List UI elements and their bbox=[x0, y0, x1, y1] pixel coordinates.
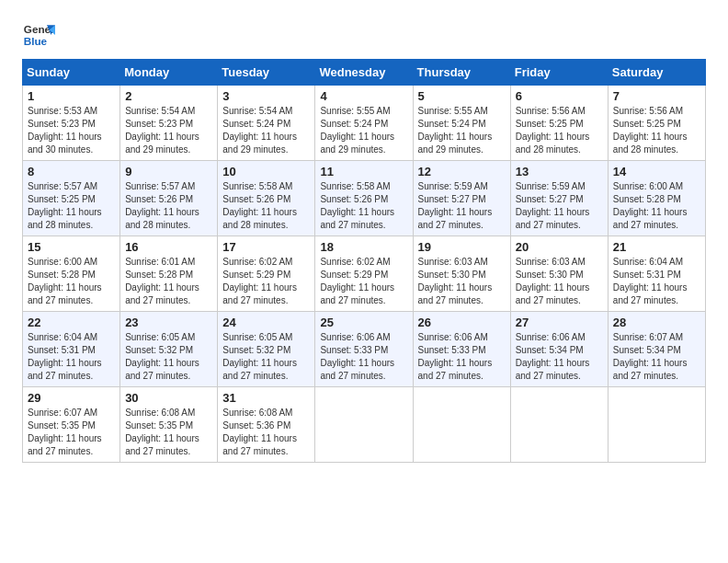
day-number: 13 bbox=[516, 165, 603, 178]
calendar-day-cell: 21Sunrise: 6:04 AMSunset: 5:31 PMDayligh… bbox=[608, 236, 705, 312]
calendar-day-cell: 11Sunrise: 5:58 AMSunset: 5:26 PMDayligh… bbox=[315, 161, 413, 236]
calendar-day-cell: 3Sunrise: 5:54 AMSunset: 5:24 PMDaylight… bbox=[218, 86, 315, 161]
day-info: Sunrise: 5:55 AMSunset: 5:24 PMDaylight:… bbox=[418, 105, 506, 156]
column-header-tuesday: Tuesday bbox=[218, 60, 315, 86]
calendar-day-cell: 29Sunrise: 6:07 AMSunset: 5:35 PMDayligh… bbox=[23, 387, 120, 463]
day-number: 3 bbox=[222, 89, 310, 103]
calendar-day-cell: 12Sunrise: 5:59 AMSunset: 5:27 PMDayligh… bbox=[413, 161, 510, 236]
day-number: 21 bbox=[613, 240, 700, 254]
day-info: Sunrise: 5:59 AMSunset: 5:27 PMDaylight:… bbox=[418, 180, 506, 232]
calendar-day-cell bbox=[510, 387, 608, 463]
calendar-week-row: 1Sunrise: 5:53 AMSunset: 5:23 PMDaylight… bbox=[23, 86, 706, 161]
day-number: 22 bbox=[28, 316, 115, 329]
calendar-day-cell: 13Sunrise: 5:59 AMSunset: 5:27 PMDayligh… bbox=[510, 161, 608, 236]
day-info: Sunrise: 6:04 AMSunset: 5:31 PMDaylight:… bbox=[28, 331, 115, 383]
calendar-day-cell: 27Sunrise: 6:06 AMSunset: 5:34 PMDayligh… bbox=[510, 312, 608, 387]
day-info: Sunrise: 5:54 AMSunset: 5:24 PMDaylight:… bbox=[222, 105, 310, 156]
logo: General Blue bbox=[22, 18, 55, 52]
column-header-monday: Monday bbox=[120, 60, 218, 86]
day-number: 19 bbox=[418, 240, 506, 254]
day-info: Sunrise: 5:56 AMSunset: 5:25 PMDaylight:… bbox=[613, 105, 700, 156]
calendar-day-cell: 26Sunrise: 6:06 AMSunset: 5:33 PMDayligh… bbox=[413, 312, 510, 387]
calendar-day-cell: 5Sunrise: 5:55 AMSunset: 5:24 PMDaylight… bbox=[413, 86, 510, 161]
column-header-thursday: Thursday bbox=[413, 60, 510, 86]
day-number: 1 bbox=[28, 89, 115, 103]
day-number: 10 bbox=[222, 165, 310, 178]
calendar-day-cell: 4Sunrise: 5:55 AMSunset: 5:24 PMDaylight… bbox=[315, 86, 413, 161]
day-number: 31 bbox=[222, 391, 310, 405]
calendar-day-cell: 18Sunrise: 6:02 AMSunset: 5:29 PMDayligh… bbox=[315, 236, 413, 312]
calendar-day-cell: 22Sunrise: 6:04 AMSunset: 5:31 PMDayligh… bbox=[23, 312, 120, 387]
calendar-day-cell: 23Sunrise: 6:05 AMSunset: 5:32 PMDayligh… bbox=[120, 312, 218, 387]
calendar-day-cell: 31Sunrise: 6:08 AMSunset: 5:36 PMDayligh… bbox=[218, 387, 315, 463]
calendar-day-cell: 8Sunrise: 5:57 AMSunset: 5:25 PMDaylight… bbox=[23, 161, 120, 236]
calendar-day-cell bbox=[315, 387, 413, 463]
day-number: 17 bbox=[222, 240, 310, 254]
calendar-day-cell: 24Sunrise: 6:05 AMSunset: 5:32 PMDayligh… bbox=[218, 312, 315, 387]
day-info: Sunrise: 6:07 AMSunset: 5:35 PMDaylight:… bbox=[28, 407, 115, 458]
calendar-day-cell: 16Sunrise: 6:01 AMSunset: 5:28 PMDayligh… bbox=[120, 236, 218, 312]
day-info: Sunrise: 6:03 AMSunset: 5:30 PMDaylight:… bbox=[418, 256, 506, 307]
page-header: General Blue bbox=[22, 18, 706, 52]
day-info: Sunrise: 6:06 AMSunset: 5:34 PMDaylight:… bbox=[516, 331, 603, 383]
calendar-day-cell: 15Sunrise: 6:00 AMSunset: 5:28 PMDayligh… bbox=[23, 236, 120, 312]
calendar-day-cell: 1Sunrise: 5:53 AMSunset: 5:23 PMDaylight… bbox=[23, 86, 120, 161]
day-number: 11 bbox=[320, 165, 407, 178]
column-header-wednesday: Wednesday bbox=[315, 60, 413, 86]
day-info: Sunrise: 6:02 AMSunset: 5:29 PMDaylight:… bbox=[320, 256, 407, 307]
calendar-day-cell: 19Sunrise: 6:03 AMSunset: 5:30 PMDayligh… bbox=[413, 236, 510, 312]
column-header-sunday: Sunday bbox=[23, 60, 120, 86]
column-header-friday: Friday bbox=[510, 60, 608, 86]
calendar-day-cell: 28Sunrise: 6:07 AMSunset: 5:34 PMDayligh… bbox=[608, 312, 705, 387]
day-number: 7 bbox=[613, 89, 700, 103]
calendar-day-cell: 20Sunrise: 6:03 AMSunset: 5:30 PMDayligh… bbox=[510, 236, 608, 312]
logo-icon: General Blue bbox=[22, 18, 55, 52]
calendar-week-row: 8Sunrise: 5:57 AMSunset: 5:25 PMDaylight… bbox=[23, 161, 706, 236]
day-number: 15 bbox=[28, 240, 115, 254]
day-info: Sunrise: 6:07 AMSunset: 5:34 PMDaylight:… bbox=[613, 331, 700, 383]
day-info: Sunrise: 5:57 AMSunset: 5:26 PMDaylight:… bbox=[125, 180, 212, 232]
day-info: Sunrise: 6:04 AMSunset: 5:31 PMDaylight:… bbox=[613, 256, 700, 307]
day-number: 4 bbox=[320, 89, 407, 103]
day-info: Sunrise: 6:05 AMSunset: 5:32 PMDaylight:… bbox=[222, 331, 310, 383]
svg-text:Blue: Blue bbox=[24, 35, 48, 47]
day-number: 20 bbox=[516, 240, 603, 254]
day-info: Sunrise: 6:06 AMSunset: 5:33 PMDaylight:… bbox=[418, 331, 506, 383]
day-number: 14 bbox=[613, 165, 700, 178]
day-info: Sunrise: 5:56 AMSunset: 5:25 PMDaylight:… bbox=[516, 105, 603, 156]
calendar-header-row: SundayMondayTuesdayWednesdayThursdayFrid… bbox=[23, 60, 706, 86]
day-number: 26 bbox=[418, 316, 506, 329]
day-info: Sunrise: 6:05 AMSunset: 5:32 PMDaylight:… bbox=[125, 331, 212, 383]
day-number: 5 bbox=[418, 89, 506, 103]
calendar-day-cell: 25Sunrise: 6:06 AMSunset: 5:33 PMDayligh… bbox=[315, 312, 413, 387]
calendar-day-cell: 9Sunrise: 5:57 AMSunset: 5:26 PMDaylight… bbox=[120, 161, 218, 236]
day-info: Sunrise: 6:00 AMSunset: 5:28 PMDaylight:… bbox=[28, 256, 115, 307]
day-number: 30 bbox=[125, 391, 212, 405]
day-number: 18 bbox=[320, 240, 407, 254]
day-number: 28 bbox=[613, 316, 700, 329]
day-number: 24 bbox=[222, 316, 310, 329]
day-info: Sunrise: 6:03 AMSunset: 5:30 PMDaylight:… bbox=[516, 256, 603, 307]
calendar-day-cell: 30Sunrise: 6:08 AMSunset: 5:35 PMDayligh… bbox=[120, 387, 218, 463]
day-number: 27 bbox=[516, 316, 603, 329]
day-info: Sunrise: 6:06 AMSunset: 5:33 PMDaylight:… bbox=[320, 331, 407, 383]
calendar-day-cell: 10Sunrise: 5:58 AMSunset: 5:26 PMDayligh… bbox=[218, 161, 315, 236]
calendar-day-cell bbox=[608, 387, 705, 463]
day-number: 29 bbox=[28, 391, 115, 405]
day-number: 23 bbox=[125, 316, 212, 329]
day-info: Sunrise: 5:58 AMSunset: 5:26 PMDaylight:… bbox=[222, 180, 310, 232]
day-info: Sunrise: 6:08 AMSunset: 5:36 PMDaylight:… bbox=[222, 407, 310, 458]
day-number: 8 bbox=[28, 165, 115, 178]
day-info: Sunrise: 5:59 AMSunset: 5:27 PMDaylight:… bbox=[516, 180, 603, 232]
calendar-day-cell: 14Sunrise: 6:00 AMSunset: 5:28 PMDayligh… bbox=[608, 161, 705, 236]
calendar-week-row: 29Sunrise: 6:07 AMSunset: 5:35 PMDayligh… bbox=[23, 387, 706, 463]
day-info: Sunrise: 5:55 AMSunset: 5:24 PMDaylight:… bbox=[320, 105, 407, 156]
calendar-day-cell: 7Sunrise: 5:56 AMSunset: 5:25 PMDaylight… bbox=[608, 86, 705, 161]
calendar-day-cell: 6Sunrise: 5:56 AMSunset: 5:25 PMDaylight… bbox=[510, 86, 608, 161]
day-info: Sunrise: 5:54 AMSunset: 5:23 PMDaylight:… bbox=[125, 105, 212, 156]
day-info: Sunrise: 5:57 AMSunset: 5:25 PMDaylight:… bbox=[28, 180, 115, 232]
calendar-day-cell bbox=[413, 387, 510, 463]
day-number: 9 bbox=[125, 165, 212, 178]
day-number: 16 bbox=[125, 240, 212, 254]
day-number: 6 bbox=[516, 89, 603, 103]
